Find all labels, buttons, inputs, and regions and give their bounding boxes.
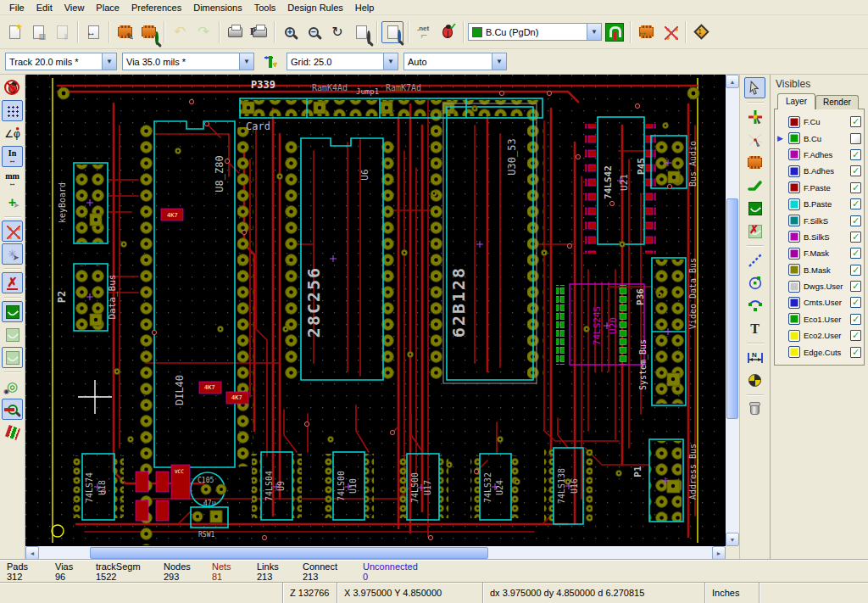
save-board-button[interactable]: ⇓ [51, 21, 73, 43]
redo-button[interactable]: ↷ [192, 21, 214, 43]
layer-row-cmts[interactable]: Cmts.User✓ [776, 294, 862, 310]
layer-row-edgecuts[interactable]: Edge.Cuts✓ [776, 343, 862, 360]
netlist-button[interactable]: .net⌐ [413, 21, 435, 43]
zoom-select[interactable]: Auto▼ [403, 53, 507, 70]
module-ratsnest-button[interactable]: ✳➤ [2, 243, 23, 265]
via-sketch-button[interactable]: ◎◉ [2, 376, 23, 397]
layer-row-fsilks[interactable]: F.SilkS✓ [776, 212, 862, 228]
layer-swatch[interactable] [788, 165, 800, 177]
layer-row-bcu[interactable]: ▶B.Cu✓ [776, 130, 862, 146]
via-size-select[interactable]: Via 35.0 mils *▼ [122, 53, 254, 70]
layer-visible-checkbox[interactable]: ✓ [850, 281, 861, 292]
tab-render[interactable]: Render [815, 95, 859, 109]
layer-visible-checkbox[interactable]: ✓ [850, 116, 861, 127]
delete-items-button[interactable] [744, 399, 765, 420]
layer-swatch[interactable] [788, 231, 800, 243]
add-keepout-button[interactable]: ✗ [744, 221, 765, 242]
layer-visible-checkbox[interactable]: ✓ [850, 133, 861, 144]
add-zone-button[interactable] [744, 198, 765, 219]
layer-swatch[interactable] [788, 181, 800, 193]
layer-swatch[interactable] [788, 215, 800, 226]
menu-design-rules[interactable]: Design Rules [281, 1, 348, 14]
cursor-shape-button[interactable]: +➤ [2, 192, 23, 213]
zoom-out-button[interactable]: − [303, 21, 325, 43]
menu-view[interactable]: View [58, 1, 91, 14]
layer-row-bpaste[interactable]: B.Paste✓ [776, 196, 862, 212]
menu-tools[interactable]: Tools [248, 1, 282, 14]
drc-button[interactable]: ✓ [437, 21, 459, 43]
menu-place[interactable]: Place [90, 1, 125, 14]
layer-selector[interactable]: B.Cu (PgDn) ▼ [468, 23, 602, 41]
zoom-fit-button[interactable] [350, 21, 372, 43]
add-footprint-button[interactable] [744, 152, 765, 173]
redraw-button[interactable]: ↻ [326, 21, 348, 43]
layer-row-eco1[interactable]: Eco1.User✓ [776, 311, 862, 327]
layer-swatch[interactable] [788, 198, 800, 210]
grid-size-select[interactable]: Grid: 25.0▼ [287, 53, 398, 70]
layer-row-eco2[interactable]: Eco2.User✓ [776, 327, 862, 343]
layer-swatch[interactable] [788, 313, 800, 325]
add-graphic-line-button[interactable] [744, 249, 765, 271]
layer-row-fmask[interactable]: F.Mask✓ [776, 245, 862, 261]
select-tool-button[interactable] [744, 77, 765, 98]
layer-visible-checkbox[interactable]: ✓ [850, 215, 861, 226]
print-button[interactable] [224, 21, 246, 43]
menu-dimensions[interactable]: Dimensions [187, 1, 248, 14]
local-ratsnest-button[interactable] [744, 129, 765, 150]
layer-row-fpaste[interactable]: F.Paste✓ [776, 180, 862, 196]
layer-visible-checkbox[interactable]: ✓ [850, 330, 861, 341]
plot-button[interactable]: P [248, 21, 270, 43]
open-board-button[interactable]: ▨ [27, 21, 49, 43]
footprint-viewer-button[interactable] [137, 21, 159, 43]
fast-track-swap-button[interactable]: ↕ [690, 21, 712, 43]
layer-swatch[interactable] [788, 248, 800, 260]
add-arc-button[interactable] [744, 295, 765, 316]
layer-row-dwgs[interactable]: Dwgs.User✓ [776, 278, 862, 294]
scroll-left-button[interactable]: ◄ [25, 546, 39, 560]
drc-off-button[interactable] [2, 77, 23, 98]
layer-swatch[interactable] [788, 330, 800, 342]
track-width-select[interactable]: Track 20.0 mils *▼ [5, 53, 117, 70]
layer-row-fcu[interactable]: F.Cu✓ [776, 114, 862, 130]
layer-swatch[interactable] [788, 132, 800, 144]
pcb-canvas[interactable]: P339 RamK4Ad Jump1 RamK7Ad Card keyBoard… [25, 75, 726, 546]
add-track-button[interactable] [744, 175, 765, 196]
layer-swatch[interactable] [788, 264, 800, 276]
zones-show-button[interactable] [2, 301, 23, 322]
layer-swatch[interactable] [788, 281, 800, 293]
layer-row-fadhes[interactable]: F.Adhes✓ [776, 147, 862, 163]
menu-file[interactable]: File [3, 1, 31, 14]
add-circle-button[interactable] [744, 272, 765, 293]
units-inch-button[interactable]: In↔ [2, 146, 23, 167]
footprint-mode-button[interactable]: ↔ [635, 21, 657, 43]
vertical-scrollbar[interactable]: ▲ ▼ [726, 75, 739, 546]
add-text-button[interactable]: T [744, 318, 765, 339]
grid-toggle-button[interactable] [2, 100, 23, 121]
high-contrast-button[interactable] [2, 422, 23, 443]
horizontal-scrollbar[interactable]: ◄ ► [25, 546, 739, 560]
menu-help[interactable]: Help [349, 1, 381, 14]
tab-layer[interactable]: Layer [777, 93, 815, 109]
layer-visible-checkbox[interactable]: ✓ [850, 182, 861, 193]
layer-row-bmask[interactable]: B.Mask✓ [776, 262, 862, 278]
menu-preferences[interactable]: Preferences [125, 1, 187, 14]
autoroute-mode-button[interactable] [659, 21, 681, 43]
layer-row-bsilks[interactable]: B.SilkS✓ [776, 229, 862, 245]
zones-hide-button[interactable] [2, 324, 23, 345]
layer-visible-checkbox[interactable]: ✓ [850, 314, 861, 325]
layer-visible-checkbox[interactable]: ✓ [850, 232, 861, 243]
units-mm-button[interactable]: mm↔ [2, 169, 23, 190]
layer-visible-checkbox[interactable]: ✓ [850, 297, 861, 308]
menu-edit[interactable]: Edit [31, 1, 58, 14]
zones-outline-button[interactable] [2, 347, 23, 368]
undo-button[interactable]: ↶ [169, 21, 191, 43]
layer-swatch[interactable] [788, 297, 800, 309]
layer-manager-toggle-button[interactable] [604, 21, 626, 43]
add-dimension-button[interactable]: N [744, 347, 765, 368]
layer-visible-checkbox[interactable]: ✓ [850, 165, 861, 176]
auto-delete-track-button[interactable]: ✗ [2, 272, 23, 293]
ratsnest-show-button[interactable] [2, 221, 23, 242]
vertical-scroll-thumb[interactable] [726, 198, 738, 419]
layer-visible-checkbox[interactable]: ✓ [850, 248, 861, 259]
layer-visible-checkbox[interactable]: ✓ [850, 265, 861, 276]
